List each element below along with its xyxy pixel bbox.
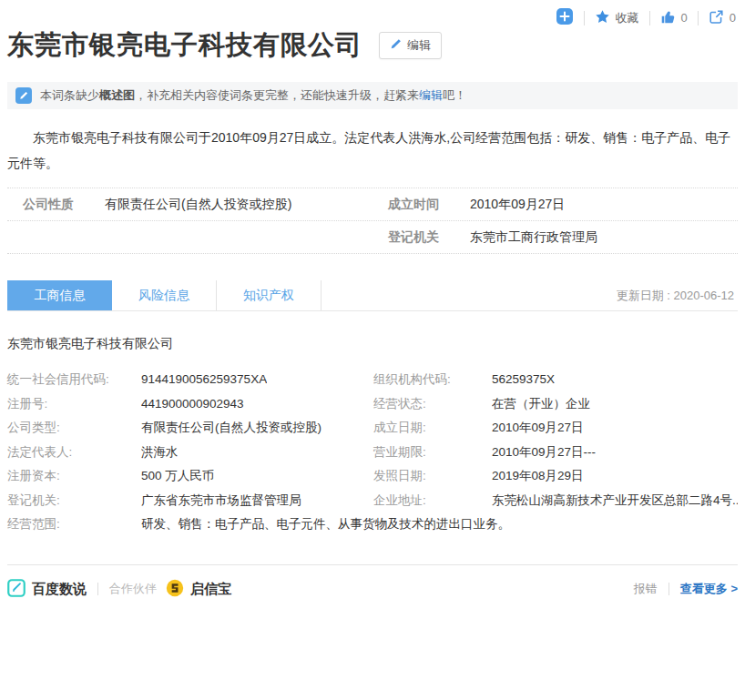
field-label: 组织机构代码: <box>373 368 492 392</box>
pencil-badge-icon <box>15 87 32 104</box>
field-value: 2010年09月27日 <box>492 416 584 441</box>
field-value: 东莞松山湖高新技术产业开发区总部二路4号... <box>492 489 738 513</box>
like-button[interactable]: 0 <box>660 9 688 27</box>
share-button[interactable]: 0 <box>709 9 736 27</box>
add-button[interactable] <box>556 7 574 28</box>
field-label: 经营状态: <box>373 392 492 417</box>
field-value: 广东省东莞市市场监督管理局 <box>141 489 301 513</box>
field-label: 统一社会信用代码: <box>7 368 141 392</box>
field-value: 在营（开业）企业 <box>492 392 590 417</box>
notice-text-prefix: 本词条缺少 <box>40 87 99 104</box>
edit-button-label: 编辑 <box>407 37 431 54</box>
field-label: 成立日期: <box>373 416 492 441</box>
share-icon <box>709 9 724 27</box>
update-date: 更新日期 : 2020-06-12 <box>617 288 738 304</box>
tab-business-info[interactable]: 工商信息 <box>7 280 112 310</box>
baidu-shuoshuo-brand: 百度数说 <box>7 579 87 600</box>
field-value: 500 万人民币 <box>141 464 214 489</box>
edit-button[interactable]: 编辑 <box>379 32 442 59</box>
notice-text-suffix: 吧！ <box>443 87 466 104</box>
notice-text-bold: 概述图 <box>99 87 135 104</box>
field-value: 有限责任公司(自然人投资或控股) <box>105 197 291 213</box>
field-label: 登记机关: <box>7 489 141 513</box>
table-row: 注册号:441900000902943 经营状态:在营（开业）企业 <box>7 392 738 417</box>
qixinbao-icon <box>166 579 184 600</box>
field-label: 公司性质 <box>23 197 105 213</box>
table-row: 登记机关:广东省东莞市市场监督管理局 企业地址:东莞松山湖高新技术产业开发区总部… <box>7 489 738 513</box>
field-label: 注册号: <box>7 392 141 417</box>
action-bar: 收藏 0 0 <box>556 7 736 28</box>
field-label: 营业期限: <box>373 441 492 465</box>
field-label: 经营范围: <box>7 512 141 537</box>
field-label: 企业地址: <box>373 489 492 513</box>
basic-info-cell: 成立时间 2010年09月27日 <box>372 197 738 213</box>
field-label: 法定代表人: <box>7 441 141 465</box>
table-row: 注册资本:500 万人民币 发照日期:2019年08月29日 <box>7 464 738 489</box>
field-label: 成立时间 <box>388 197 470 213</box>
field-label: 公司类型: <box>7 416 141 441</box>
field-value: 东莞市工商行政管理局 <box>470 229 597 246</box>
divider <box>97 583 98 595</box>
table-row: 公司类型:有限责任公司(自然人投资或控股) 成立日期:2010年09月27日 <box>7 416 738 441</box>
divider <box>649 11 650 25</box>
pencil-icon <box>390 38 402 53</box>
qixinbao-brand: 启信宝 <box>166 579 231 600</box>
field-label: 发照日期: <box>373 464 492 489</box>
field-value: 9144190056259375XA <box>141 368 267 392</box>
divider <box>668 583 669 595</box>
view-more-link[interactable]: 查看更多 > <box>680 581 738 597</box>
business-detail-table: 统一社会信用代码:9144190056259375XA 组织机构代码:56259… <box>7 368 738 537</box>
thumbs-up-icon <box>660 9 676 27</box>
basic-info-cell <box>7 229 372 246</box>
field-label: 登记机关 <box>388 229 470 246</box>
field-value: 有限责任公司(自然人投资或控股) <box>141 416 321 441</box>
divider <box>584 11 585 25</box>
page-title: 东莞市银亮电子科技有限公司 <box>7 27 362 64</box>
notice-bar: 本词条缺少概述图，补充相关内容使词条更完整，还能快速升级，赶紧来编辑吧！ <box>7 82 738 109</box>
like-count: 0 <box>681 11 688 25</box>
summary-paragraph: 东莞市银亮电子科技有限公司于2010年09月27日成立。法定代表人洪海水,公司经… <box>7 125 738 176</box>
field-value: 2019年08月29日 <box>492 464 584 489</box>
report-error-link[interactable]: 报错 <box>634 581 658 597</box>
tab-intellectual-property[interactable]: 知识产权 <box>217 280 321 310</box>
field-value: 研发、销售：电子产品、电子元件、从事货物及技术的进出口业务。 <box>141 512 510 537</box>
basic-info-cell: 公司性质 有限责任公司(自然人投资或控股) <box>7 197 372 213</box>
basic-info-cell: 登记机关 东莞市工商行政管理局 <box>372 229 738 246</box>
table-row: 法定代表人:洪海水 营业期限:2010年09月27日--- <box>7 441 738 465</box>
field-value: 洪海水 <box>141 441 179 465</box>
field-value: 2010年09月27日--- <box>492 441 596 465</box>
page: 收藏 0 0 东莞市银亮电子科技有限公司 编辑 <box>0 0 745 613</box>
footer-actions: 报错 查看更多 > <box>634 581 738 597</box>
tab-strip: 工商信息 风险信息 知识产权 更新日期 : 2020-06-12 <box>7 280 738 311</box>
qixinbao-label: 启信宝 <box>190 581 231 598</box>
basic-info-box: 公司性质 有限责任公司(自然人投资或控股) 成立时间 2010年09月27日 登… <box>7 188 738 254</box>
field-value: 2010年09月27日 <box>470 197 565 213</box>
baidu-shuoshuo-icon <box>7 579 26 600</box>
field-label: 注册资本: <box>7 464 141 489</box>
share-count: 0 <box>730 11 736 25</box>
plus-square-icon <box>556 7 574 28</box>
basic-info-row: 登记机关 东莞市工商行政管理局 <box>7 221 738 254</box>
notice-text-middle: ，补充相关内容使词条更完整，还能快速升级，赶紧来 <box>135 87 419 104</box>
basic-info-row: 公司性质 有限责任公司(自然人投资或控股) 成立时间 2010年09月27日 <box>7 188 738 221</box>
favorite-label: 收藏 <box>616 10 639 26</box>
table-row: 统一社会信用代码:9144190056259375XA 组织机构代码:56259… <box>7 368 738 392</box>
notice-edit-link[interactable]: 编辑 <box>419 87 443 104</box>
divider <box>698 11 699 25</box>
partner-label: 合作伙伴 <box>109 581 157 597</box>
star-icon <box>595 9 610 27</box>
tab-risk-info[interactable]: 风险信息 <box>112 280 217 310</box>
field-value: 56259375X <box>492 368 555 392</box>
footer: 百度数说 合作伙伴 启信宝 报错 查看更多 > <box>7 565 738 613</box>
favorite-button[interactable]: 收藏 <box>595 9 639 27</box>
field-value: 441900000902943 <box>141 392 244 417</box>
table-row: 经营范围:研发、销售：电子产品、电子元件、从事货物及技术的进出口业务。 <box>7 512 738 537</box>
company-name: 东莞市银亮电子科技有限公司 <box>7 336 738 352</box>
baidu-shuoshuo-label: 百度数说 <box>32 581 87 598</box>
